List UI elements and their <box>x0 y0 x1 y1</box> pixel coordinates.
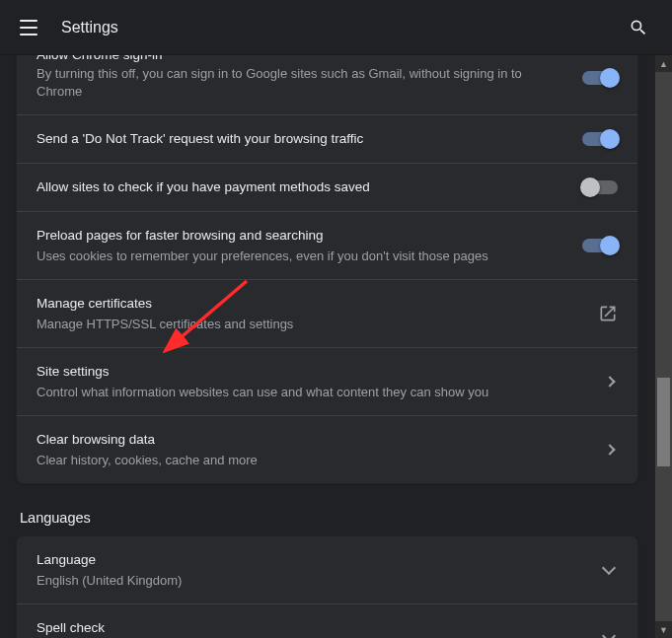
row-spell-check[interactable]: Spell check English (United Kingdom), En… <box>17 603 637 638</box>
row-subtitle: By turning this off, you can sign in to … <box>37 65 566 101</box>
page-title: Settings <box>61 19 621 36</box>
row-subtitle: Manage HTTPS/SSL certificates and settin… <box>37 316 582 333</box>
chevron-right-icon <box>604 444 615 455</box>
row-title: Spell check <box>37 618 588 638</box>
row-title: Allow sites to check if you have payment… <box>37 177 566 197</box>
menu-icon[interactable] <box>20 16 43 39</box>
toggle-do-not-track[interactable] <box>582 132 618 146</box>
scrollbar-down-arrow[interactable]: ▼ <box>655 621 672 638</box>
external-link-icon <box>598 304 618 323</box>
row-title: Language <box>37 550 588 570</box>
row-title: Site settings <box>37 362 590 382</box>
row-title: Manage certificates <box>37 294 582 314</box>
row-title: Allow Chrome sign-in <box>37 55 566 63</box>
content-area: Allow Chrome sign-in By turning this off… <box>0 55 654 638</box>
row-language[interactable]: Language English (United Kingdom) <box>17 536 637 603</box>
toggle-payment-methods-check[interactable] <box>582 180 618 194</box>
row-title: Clear browsing data <box>37 430 590 450</box>
scrollbar-track[interactable] <box>655 72 672 621</box>
row-do-not-track[interactable]: Send a 'Do Not Track' request with your … <box>17 114 637 163</box>
toggle-chrome-sign-in[interactable] <box>582 71 618 85</box>
row-preload-pages[interactable]: Preload pages for faster browsing and se… <box>17 211 637 279</box>
search-icon[interactable] <box>621 10 656 45</box>
chevron-right-icon <box>604 376 615 387</box>
languages-card: Language English (United Kingdom) Spell … <box>16 535 638 638</box>
scrollbar-up-arrow[interactable]: ▲ <box>655 55 672 72</box>
row-subtitle: Clear history, cookies, cache and more <box>37 452 590 469</box>
chevron-down-icon <box>602 561 616 575</box>
row-payment-methods-check[interactable]: Allow sites to check if you have payment… <box>17 163 637 211</box>
row-site-settings[interactable]: Site settings Control what information w… <box>17 347 637 415</box>
row-title: Send a 'Do Not Track' request with your … <box>37 129 566 149</box>
privacy-card: Allow Chrome sign-in By turning this off… <box>16 55 638 484</box>
row-subtitle: English (United Kingdom) <box>37 572 588 590</box>
row-title: Preload pages for faster browsing and se… <box>37 226 566 246</box>
vertical-scrollbar[interactable]: ▲ ▼ <box>655 55 672 638</box>
toggle-preload-pages[interactable] <box>582 239 618 252</box>
row-clear-browsing-data[interactable]: Clear browsing data Clear history, cooki… <box>17 415 637 483</box>
row-subtitle: Uses cookies to remember your preference… <box>37 248 566 265</box>
row-subtitle: Control what information websites can us… <box>37 384 590 401</box>
row-manage-certificates[interactable]: Manage certificates Manage HTTPS/SSL cer… <box>17 279 637 347</box>
row-chrome-sign-in[interactable]: Allow Chrome sign-in By turning this off… <box>17 55 637 114</box>
app-header: Settings <box>0 0 672 55</box>
scrollbar-thumb[interactable] <box>657 378 670 466</box>
chevron-down-icon <box>602 629 616 638</box>
section-title-languages: Languages <box>20 510 635 526</box>
